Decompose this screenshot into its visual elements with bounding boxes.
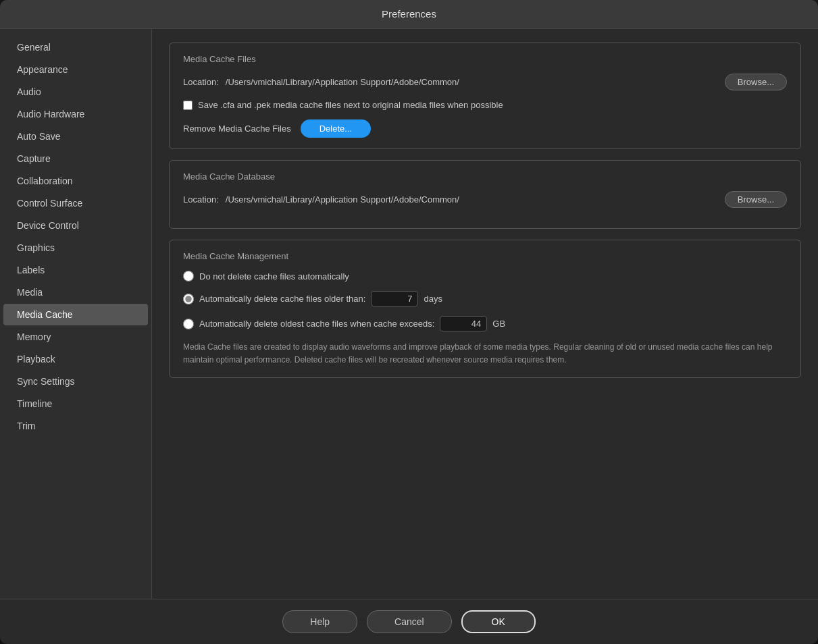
media-cache-database-title: Media Cache Database	[183, 171, 787, 182]
files-location-path: /Users/vmichal/Library/Application Suppo…	[226, 77, 718, 87]
radio-row-3: Automatically delete oldest cache files …	[183, 316, 787, 331]
sidebar-item-memory[interactable]: Memory	[3, 326, 148, 348]
files-location-row: Location: /Users/vmichal/Library/Applica…	[183, 74, 787, 90]
sidebar-item-labels[interactable]: Labels	[3, 259, 148, 281]
database-location-label: Location:	[183, 194, 219, 205]
sidebar-item-collaboration[interactable]: Collaboration	[3, 170, 148, 192]
dialog-titlebar: Preferences	[0, 0, 818, 29]
radio-row-1: Do not delete cache files automatically	[183, 271, 787, 281]
sidebar-item-playback[interactable]: Playback	[3, 348, 148, 370]
database-location-path: /Users/vmichal/Library/Application Suppo…	[226, 194, 718, 205]
help-button[interactable]: Help	[282, 610, 357, 633]
dialog-body: GeneralAppearanceAudioAudio HardwareAuto…	[0, 29, 818, 599]
files-delete-button[interactable]: Delete...	[301, 119, 371, 138]
gb-input[interactable]	[440, 316, 487, 331]
sidebar-item-trim[interactable]: Trim	[3, 415, 148, 437]
gb-unit: GB	[492, 319, 505, 329]
database-browse-button[interactable]: Browse...	[725, 191, 787, 208]
media-cache-files-section: Media Cache Files Location: /Users/vmich…	[169, 43, 801, 149]
files-remove-row: Remove Media Cache Files Delete...	[183, 119, 787, 138]
sidebar-item-media-cache[interactable]: Media Cache	[3, 304, 148, 325]
files-save-checkbox[interactable]	[183, 101, 193, 110]
sidebar-item-sync-settings[interactable]: Sync Settings	[3, 371, 148, 392]
sidebar-item-appearance[interactable]: Appearance	[3, 59, 148, 80]
main-content: Media Cache Files Location: /Users/vmich…	[152, 29, 818, 599]
database-location-row: Location: /Users/vmichal/Library/Applica…	[183, 191, 787, 208]
preferences-dialog: Preferences GeneralAppearanceAudioAudio …	[0, 0, 818, 644]
radio-auto-exceeds[interactable]	[183, 319, 194, 329]
radio-auto-exceeds-label: Automatically delete oldest cache files …	[199, 319, 434, 329]
management-info-text: Media Cache files are created to display…	[183, 341, 787, 367]
sidebar-item-audio[interactable]: Audio	[3, 81, 148, 103]
files-checkbox-row: Save .cfa and .pek media cache files nex…	[183, 100, 787, 110]
files-checkbox-label: Save .cfa and .pek media cache files nex…	[198, 100, 503, 110]
radio-no-delete[interactable]	[183, 271, 194, 281]
days-unit: days	[424, 294, 442, 304]
radio-auto-older[interactable]	[183, 294, 194, 304]
ok-button[interactable]: OK	[461, 610, 536, 633]
sidebar-item-control-surface[interactable]: Control Surface	[3, 192, 148, 214]
sidebar-item-graphics[interactable]: Graphics	[3, 237, 148, 259]
days-input[interactable]	[371, 291, 418, 306]
sidebar-item-audio-hardware[interactable]: Audio Hardware	[3, 103, 148, 125]
sidebar-item-media[interactable]: Media	[3, 281, 148, 303]
radio-no-delete-label: Do not delete cache files automatically	[199, 271, 349, 281]
dialog-title: Preferences	[382, 8, 436, 20]
sidebar-item-general[interactable]: General	[3, 36, 148, 58]
media-cache-management-section: Media Cache Management Do not delete cac…	[169, 240, 801, 378]
sidebar-item-capture[interactable]: Capture	[3, 148, 148, 169]
files-location-label: Location:	[183, 77, 219, 87]
sidebar-item-device-control[interactable]: Device Control	[3, 215, 148, 236]
management-radio-group: Do not delete cache files automatically …	[183, 271, 787, 331]
radio-row-2: Automatically delete cache files older t…	[183, 291, 787, 306]
sidebar: GeneralAppearanceAudioAudio HardwareAuto…	[0, 29, 152, 599]
files-browse-button[interactable]: Browse...	[725, 74, 787, 90]
files-remove-label: Remove Media Cache Files	[183, 124, 291, 134]
media-cache-management-title: Media Cache Management	[183, 251, 787, 261]
media-cache-files-title: Media Cache Files	[183, 54, 787, 64]
radio-auto-older-label: Automatically delete cache files older t…	[199, 294, 365, 304]
media-cache-database-section: Media Cache Database Location: /Users/vm…	[169, 160, 801, 229]
cancel-button[interactable]: Cancel	[367, 610, 452, 633]
sidebar-item-auto-save[interactable]: Auto Save	[3, 126, 148, 147]
sidebar-item-timeline[interactable]: Timeline	[3, 393, 148, 414]
dialog-footer: Help Cancel OK	[0, 599, 818, 644]
